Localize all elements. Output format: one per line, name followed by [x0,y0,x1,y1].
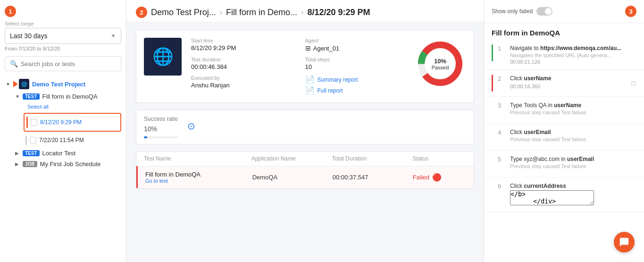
test-name-cell: Fill form in DemoQA Go to test [145,171,252,184]
executed-group: Executed by Anshu Ranjan [191,75,291,95]
step-item: 4 Click userEmail Previous step caused T… [484,124,644,151]
report-links: 📄 Summary report 📄 Full report [305,75,405,95]
ratio-value: 10% [144,125,178,133]
right-panel: Show only failed 3 Fill form in DemoQA 1… [484,0,644,262]
project-name[interactable]: Demo Test Project [32,81,85,88]
steps-group: Total steps 10 [305,57,405,70]
step-text-1: Navigate to https://www.demoqa.com/au... [510,44,636,52]
right-panel-header: Show only failed 3 [484,0,644,23]
ratio-bar-fill [144,136,147,138]
step-item: 6 Click currentAddress </b> </div> <div … [484,177,644,213]
search-input[interactable] [21,60,116,68]
run-checkbox-2[interactable] [30,137,36,144]
step-bar-5 [492,155,493,172]
show-only-failed-toggle[interactable] [536,7,552,16]
duration-group: Test duration 00:00:46.384 [191,57,291,70]
step-number-1: 1 [498,45,505,52]
run-checkbox[interactable] [31,119,37,126]
step-item: 1 Navigate to https://www.demoqa.com/au.… [484,40,644,70]
step-content-1: Navigate to https://www.demoqa.com/au...… [510,44,636,65]
test-tag: TEST [23,93,40,100]
fill-form-test-item[interactable]: ▼ TEST Fill form in DemoQA [14,91,121,102]
project-tree-item[interactable]: ▼ 🌐 Demo Test Project [5,77,121,91]
panel-title: Fill form in DemoQA [484,23,644,40]
locator-arrow: ▶ [15,151,20,156]
status-value: Failed [413,174,429,181]
step-sub-5: Previous step caused Test failure. [510,163,636,169]
show-only-failed-label: Show only failed [492,8,533,15]
summary-report-label: Summary report [318,76,358,83]
main-content: 2 Demo Test Proj... › Fill form in Demo.… [126,0,484,262]
run-indicator-2 [25,135,27,145]
sidebar: 1 Select range Last 30 days ▼ From 7/13/… [0,0,126,262]
select-all-link[interactable]: Select all [25,103,50,110]
breadcrumb-part3: 8/12/20 9:29 PM [307,8,370,17]
start-time-value: 8/12/20 9:29 PM [191,44,291,51]
agent-row: ⊞ Agent_01 [305,44,405,52]
step-item: 3 Type Tools QA in userName Previous ste… [484,97,644,124]
go-to-test-link[interactable]: Go to test [145,178,252,184]
col-app-name: Application Name [251,155,332,162]
step-number-2: 2 [498,75,505,82]
globe-icon: 🌐 [144,38,182,76]
step-badge-3: 3 [625,6,636,17]
full-report-label: Full report [318,87,343,94]
test-name-value: Fill form in DemoQA [145,171,252,178]
job-schedule-item[interactable]: ▶ JOB My First Job Schedule [14,159,121,169]
date-range-value: Last 30 days [10,32,47,40]
step-text-2: Click userName [510,75,626,83]
executed-value: Anshu Ranjan [191,82,291,89]
full-report-link[interactable]: 📄 Full report [305,86,405,95]
agent-value: Agent_01 [313,45,340,52]
step-text-6: Click currentAddress </b> </div> <div cl… [510,182,636,208]
col-test-name: Test Name [144,155,251,162]
runs-subtree: Select all 8/12/20 9:29 PM 7/22/20 11:54… [14,102,121,147]
step-sub-3: Previous step caused Test failure. [510,110,636,115]
locator-test-item[interactable]: ▶ TEST Locator Test [14,148,121,159]
fill-form-arrow: ▼ [15,94,20,99]
donut-pct: 10% [432,58,449,65]
duration-value: 00:00:37.547 [333,174,413,181]
ratio-title: Success ratio [144,116,178,122]
step-badge-2: 2 [136,7,147,18]
success-ratio-section: Success ratio 10% ⊙ [136,110,474,144]
step-text-5: Type xyz@abc.com in userEmail [510,155,636,163]
col-status: Status [412,155,466,162]
selection-arrow-icon [13,81,18,87]
breadcrumb-part1[interactable]: Demo Test Proj... [151,8,216,17]
run-indicator-red [26,117,28,128]
breadcrumb-sep-2: › [301,8,303,17]
chat-bubble[interactable] [614,232,635,253]
breadcrumb-part2[interactable]: Fill form in Demo... [226,8,297,17]
step-badge-1: 1 [5,6,16,17]
table-header: Test Name Application Name Total Duratio… [136,152,474,166]
select-range-label: Select range [5,21,121,26]
tree-arrow-down: ▼ [6,82,10,87]
step-item: 2 Click userName 00:00:16.360 ⊡ [484,70,644,97]
search-jobs-box[interactable]: 🔍 [5,56,121,71]
run-item-2[interactable]: 7/22/20 11:54 PM [24,134,121,147]
detail-info: Start time 8/12/20 9:29 PM Agent ⊞ Agent… [191,38,405,95]
ratio-bar-track [144,136,178,138]
pdf-icon-full: 📄 [305,86,315,95]
steps-value: 10 [305,63,405,70]
col-duration: Total Duration [332,155,412,162]
error-icon: 🔴 [432,173,442,182]
date-range-selector[interactable]: Last 30 days ▼ [5,28,121,44]
show-only-failed-row: Show only failed [492,7,552,16]
expand-icon-2[interactable]: ⊡ [631,79,636,87]
locator-tag: TEST [23,150,40,156]
summary-report-link[interactable]: 📄 Summary report [305,75,405,84]
step-number-6: 6 [498,183,505,190]
step-time-2: 00:00:16.360 [510,84,626,89]
fill-form-label: Fill form in DemoQA [42,93,98,100]
run-item-selected[interactable]: 8/12/20 9:29 PM [24,113,121,132]
run-date-1: 8/12/20 9:29 PM [40,119,82,126]
job-tag: JOB [23,161,37,167]
duration-label: Test duration [191,57,291,62]
start-time-label: Start time [191,38,291,43]
test-results-table: Test Name Application Name Total Duratio… [136,151,474,189]
step-item: 5 Type xyz@abc.com in userEmail Previous… [484,151,644,177]
step-number-4: 4 [498,129,505,136]
job-arrow: ▶ [15,161,20,167]
